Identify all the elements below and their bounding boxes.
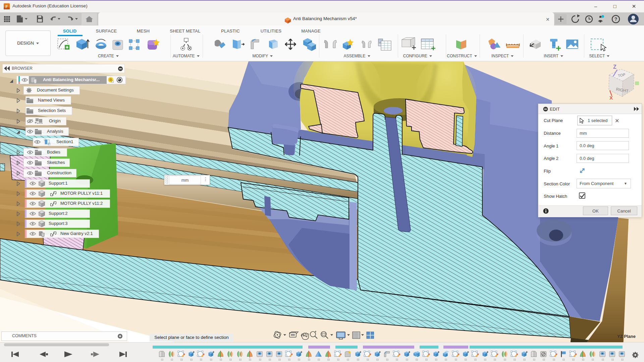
svg-text:F: F	[5, 4, 8, 9]
svg-text:Z: Z	[613, 64, 616, 70]
svg-text:?: ?	[614, 16, 618, 22]
svg-text:X: X	[609, 95, 613, 101]
